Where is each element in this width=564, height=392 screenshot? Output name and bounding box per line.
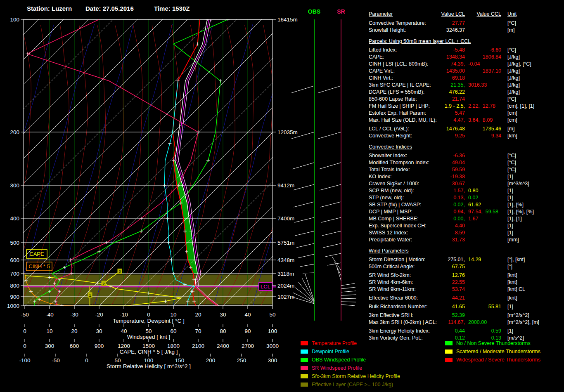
altitude-tick-label: 7400m — [277, 215, 294, 222]
profile-legend-item: Temperature Profile — [301, 339, 400, 347]
sr-wind-column: SR — [318, 8, 356, 321]
param-unit: [1], [1] — [507, 215, 522, 222]
profile-legend-item: Sfc-3km Storm Relative Helicity Profile — [301, 372, 400, 380]
param-value: 55.81 — [488, 304, 501, 309]
altitude-tick-label: 2024m — [277, 283, 294, 289]
param-value-lcl: 27.77 — [369, 20, 465, 27]
param-value-lcl: 0.94, — [369, 208, 465, 215]
param-value: 4.40 — [455, 223, 465, 229]
param-value-lcl: 0.13, — [369, 194, 465, 201]
param-unit: [knt] CL — [507, 286, 525, 293]
param-value-lcl: 476.22 — [369, 89, 465, 96]
param-value: 275.01, — [448, 257, 465, 262]
param-value-lcl: -8.59 — [369, 229, 465, 236]
axis-tick-label: 20 — [71, 328, 77, 334]
altitude-tick-label: 4348m — [277, 257, 294, 263]
legend-label: OBS Windspeed Profile — [312, 357, 366, 363]
param-value: 0.13, — [453, 195, 465, 201]
obs-wind-column: OBS — [291, 8, 320, 321]
param-unit: [1] — [507, 187, 513, 194]
wind-barb — [303, 273, 314, 273]
param-value: 9.34 — [491, 133, 501, 139]
table-row: Max. Hail Size (OLD, MU, IL):4.47,3.64, … — [369, 117, 564, 124]
obs-wind-column-label: OBS — [308, 8, 320, 15]
param-unit: [cm], [1], [1] — [507, 103, 534, 110]
param-value: 74.39, — [450, 61, 465, 67]
wind-barb — [300, 264, 314, 267]
table-row: SWISS 12 Index:-8.59[1] — [369, 229, 564, 236]
param-unit: [J/kg] — [507, 54, 520, 61]
axis-tick-label: -100 — [19, 357, 30, 364]
axis-tick-label: 10 — [46, 328, 52, 334]
param-unit: [°C] — [507, 47, 516, 54]
table-row: Snowfall Height:3246.37[m] — [369, 27, 564, 34]
param-value: 476.22 — [449, 89, 465, 95]
table-row: 3km Effective SRH:52.39[m^2/s^2] — [369, 312, 564, 319]
param-value: 1806.84 — [483, 54, 501, 60]
wind-barb — [320, 202, 341, 207]
param-unit: [mm] — [507, 236, 519, 243]
param-value-extra: 97.54, 59.58 — [468, 208, 498, 215]
param-value: 1.57, — [453, 188, 465, 194]
param-value-lcl: 74.39, — [369, 61, 465, 68]
axis-title: Temperature, Dewpoint [ °C ] — [113, 318, 184, 324]
param-value-extra: 0.02 — [468, 194, 478, 201]
param-unit: [°C] — [507, 159, 516, 166]
param-value: 0.02, — [453, 202, 465, 208]
legend-swatch — [445, 349, 453, 354]
param-value-lcl: 44.21 — [369, 295, 465, 302]
axis-tick-label: 50 — [145, 328, 152, 334]
table-row: Convective Height:9.259.34[km] — [369, 132, 564, 139]
param-value-lcl: 52.39 — [369, 312, 465, 319]
pressure-tick-label: 900 — [10, 294, 19, 300]
param-value: 1435.00 — [446, 68, 465, 74]
axis-tick-label: 1500 — [142, 343, 155, 349]
wind-barb — [294, 202, 314, 207]
param-value: 0.80 — [468, 188, 478, 194]
wind-barb — [341, 302, 356, 302]
param-unit: [°], [knt] — [507, 256, 525, 263]
header-value-lcl: Value LCL — [369, 11, 465, 18]
cape-label: CAPE — [29, 251, 44, 257]
param-value-ccl: 1806.84 — [470, 54, 501, 61]
axis-tick-label: 0 — [23, 328, 26, 334]
wind-barb — [298, 254, 314, 258]
param-value-lcl: 0.44 — [369, 328, 465, 335]
altitude-tick-label: 16415m — [277, 17, 298, 23]
param-value: 61.62 — [468, 202, 481, 208]
table-row: Storm Direction | Motion:275.01,14.29[°]… — [369, 256, 564, 263]
param-value-lcl: 1476.48 — [369, 125, 465, 132]
legend-swatch — [301, 349, 308, 354]
param-unit: [J/kg], [°C] — [507, 61, 531, 68]
axis-tick-label: 1200 — [118, 343, 130, 349]
legend-label: Effective Layer (CAPE >= 100 J/kg) — [312, 382, 393, 387]
table-row: Craven SigSvr / 1000:30.67[m^3/s^3] — [369, 180, 564, 187]
param-value-ccl: -6.60 — [470, 47, 501, 54]
axis-tick-label: 30 — [220, 312, 226, 318]
wind-barb — [327, 263, 341, 265]
table-row: 3km Energy Helicity Index:0.440.59[1] — [369, 328, 564, 335]
pressure-tick-label: 200 — [10, 129, 19, 135]
param-value-extra: 61.62 — [468, 201, 481, 208]
param-value-lcl: -19.38 — [369, 173, 465, 180]
param-value-extra: 3016.33 — [468, 82, 487, 89]
param-value: 0.00, — [453, 216, 465, 222]
table-row: DCAPE (LFS = 550mB):476.22[J/kg] — [369, 89, 564, 96]
axis-tick-label: 30 — [96, 328, 102, 334]
param-unit: [J/kg] — [507, 82, 520, 89]
axis-tick-label: 0 — [147, 312, 150, 318]
param-value: 9.25 — [455, 133, 465, 139]
section-title: Parcels: Using 50mB mean layer LCL + CCL — [369, 38, 564, 45]
axis-tick-label: 2100 — [192, 343, 204, 349]
axis-tick-label: 40 — [121, 328, 127, 334]
table-row: CAPE Virt.:1435.001837.10[J/kg] — [369, 68, 564, 75]
pressure-tick-label: 600 — [10, 257, 19, 263]
axis-tick-label: 2700 — [242, 343, 254, 349]
param-value: 67.75 — [452, 264, 465, 269]
param-value-lcl: -6.36 — [369, 152, 465, 159]
wind-barb — [341, 291, 356, 292]
axis-tick-label: -50 — [21, 312, 29, 318]
wind-barb — [293, 184, 314, 190]
param-value-extra: -0.04 — [468, 61, 480, 68]
param-unit: [1] — [507, 229, 513, 236]
